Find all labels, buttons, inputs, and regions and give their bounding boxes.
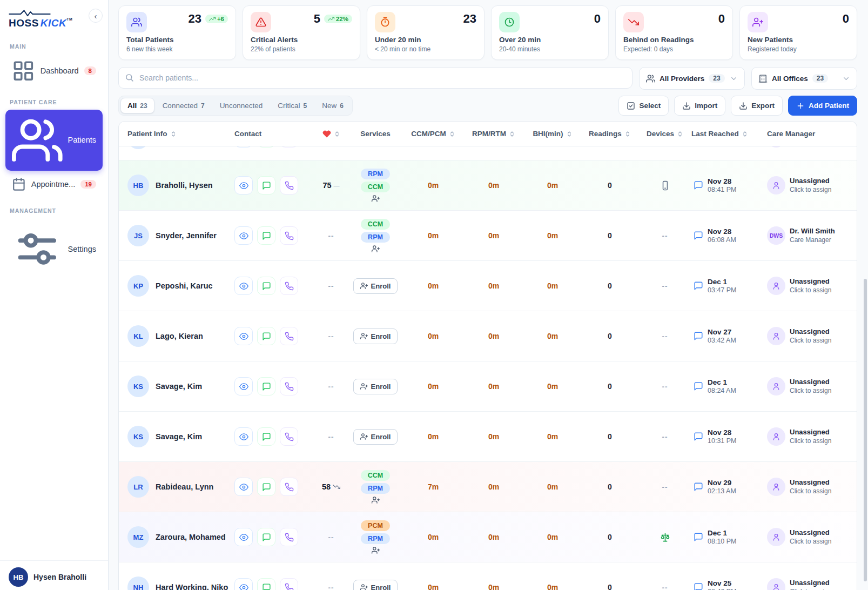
view-patient-button[interactable] [234, 277, 253, 295]
message-patient-button[interactable] [257, 146, 275, 148]
select-button[interactable]: Select [618, 96, 669, 116]
message-patient-button[interactable] [257, 277, 275, 295]
call-patient-button[interactable] [280, 226, 298, 245]
enroll-button[interactable]: Enroll [353, 580, 398, 590]
minutes-value: 0m [428, 432, 439, 441]
message-patient-button[interactable] [257, 478, 275, 496]
user-plus-icon [360, 332, 368, 340]
care-manager-cell[interactable]: UnassignedClick to assign [767, 176, 848, 195]
providers-dropdown[interactable]: All Providers 23 [639, 67, 745, 90]
call-patient-button[interactable] [280, 146, 298, 148]
tab-connected[interactable]: Connected7 [156, 98, 212, 113]
sidebar-item-appointme[interactable]: Appointme...19 [5, 172, 103, 197]
column-header-rpm-rtm[interactable]: RPM/RTM [463, 130, 524, 138]
minutes-value: 0m [547, 332, 558, 340]
table-row[interactable]: LRRabideau, Lynn58CCMRPM7m0m0m0--Nov 290… [119, 462, 857, 512]
view-patient-button[interactable] [234, 528, 253, 546]
table-row[interactable]: HBBraholli, Hysen75—RPMCCM0m0m0m0Nov 280… [119, 160, 857, 211]
enroll-button[interactable]: Enroll [353, 379, 398, 394]
care-manager-cell[interactable]: UnassignedClick to assign [767, 528, 848, 546]
call-patient-button[interactable] [280, 478, 298, 496]
view-patient-button[interactable] [234, 226, 253, 245]
message-patient-button[interactable] [257, 226, 275, 245]
call-patient-button[interactable] [280, 277, 298, 295]
tab-critical[interactable]: Critical5 [271, 98, 314, 113]
tab-unconnected[interactable]: Unconnected [213, 98, 270, 113]
stat-card-new-patients: 0New PatientsRegistered today [739, 5, 857, 60]
sidebar-item-settings[interactable]: Settings [5, 218, 103, 280]
column-header-bhi-min[interactable]: BHI(min) [524, 130, 581, 138]
care-manager-cell[interactable]: UnassignedClick to assign [767, 277, 848, 295]
table-row[interactable]: KPPeposhi, Karuc--Enroll0m0m0m0--Dec 103… [119, 261, 857, 311]
column-header-ccm-pcm[interactable]: CCM/PCM [403, 130, 463, 138]
table-row[interactable]: GBNov 2804:00 PMUnassignedClick to assig… [119, 146, 857, 160]
sidebar-user[interactable]: HB Hysen Braholli [0, 560, 108, 590]
care-manager-avatar [767, 176, 785, 195]
search-input[interactable] [118, 67, 633, 89]
search-box [118, 67, 633, 90]
care-manager-cell[interactable]: UnassignedClick to assign [767, 427, 848, 446]
message-patient-button[interactable] [257, 377, 275, 395]
stat-value: 0 [594, 12, 601, 26]
column-header-last-reached[interactable]: Last Reached [691, 130, 767, 138]
export-button[interactable]: Export [731, 96, 783, 116]
message-patient-button[interactable] [257, 176, 275, 195]
import-button[interactable]: Import [674, 96, 725, 116]
enroll-button[interactable]: Enroll [353, 328, 398, 344]
last-reached-time: 08:10 PM [708, 538, 737, 545]
view-patient-button[interactable] [234, 327, 253, 345]
message-patient-button[interactable] [257, 528, 275, 546]
call-patient-button[interactable] [280, 578, 298, 590]
column-header-readings[interactable]: Readings [581, 130, 638, 138]
view-patient-button[interactable] [234, 176, 253, 195]
call-patient-button[interactable] [280, 427, 298, 446]
patient-avatar: JS [127, 225, 149, 246]
sidebar-item-patients[interactable]: Patients [5, 110, 103, 171]
sidebar-item-dashboard[interactable]: Dashboard8 [5, 54, 103, 88]
message-patient-button[interactable] [257, 578, 275, 590]
enroll-label: Enroll [371, 383, 391, 391]
care-manager-cell[interactable]: UnassignedClick to assign [767, 327, 848, 345]
column-header-wellness[interactable] [314, 130, 348, 138]
table-row[interactable]: KSSavage, Kim--Enroll0m0m0m0--Nov 2810:3… [119, 412, 857, 462]
message-patient-button[interactable] [257, 427, 275, 446]
table-row[interactable]: NHHard Working, Niko--Enroll0m0m0m0--Nov… [119, 562, 857, 590]
tab-all[interactable]: All23 [120, 98, 154, 113]
call-patient-button[interactable] [280, 327, 298, 345]
devices-cell: -- [638, 332, 691, 340]
table-row[interactable]: KSSavage, Kim--Enroll0m0m0m0--Dec 108:24… [119, 361, 857, 412]
devices-cell [638, 532, 691, 542]
care-manager-cell[interactable]: DWSDr. Will SmithCare Manager [767, 226, 848, 245]
last-reached-date: Nov 28 [708, 177, 737, 185]
table-row[interactable]: MZZaroura, Mohamed--PCMRPM0m0m0m0Dec 108… [119, 512, 857, 562]
message-patient-button[interactable] [257, 327, 275, 345]
rpm-rtm-cell: 0m [463, 482, 524, 491]
enroll-button[interactable]: Enroll [353, 278, 398, 294]
sort-icon [449, 130, 455, 138]
view-patient-button[interactable] [234, 377, 253, 395]
view-patient-button[interactable] [234, 578, 253, 590]
last-reached-cell: Nov 2808:41 PM [691, 177, 767, 193]
care-manager-cell[interactable]: UnassignedClick to assign [767, 377, 848, 395]
sidebar-collapse-button[interactable]: ‹ [89, 9, 103, 23]
view-patient-button[interactable] [234, 478, 253, 496]
care-manager-cell[interactable]: UnassignedClick to assign [767, 478, 848, 496]
enroll-button[interactable]: Enroll [353, 429, 398, 445]
offices-dropdown[interactable]: All Offices 23 [751, 67, 857, 90]
care-manager-cell[interactable]: UnassignedClick to assign [767, 146, 848, 148]
call-patient-button[interactable] [280, 377, 298, 395]
add-patient-button[interactable]: Add Patient [788, 96, 857, 116]
scrollbar[interactable] [864, 279, 867, 581]
table-row[interactable]: JSSnyder, Jennifer--CCMRPM0m0m0m0--Nov 2… [119, 211, 857, 261]
tab-new[interactable]: New6 [315, 98, 351, 113]
view-patient-button[interactable] [234, 146, 253, 148]
view-patient-button[interactable] [234, 427, 253, 446]
care-manager-cell[interactable]: UnassignedClick to assign [767, 578, 848, 590]
call-patient-button[interactable] [280, 528, 298, 546]
column-header-patient-info[interactable]: Patient Info [127, 130, 234, 138]
call-patient-button[interactable] [280, 176, 298, 195]
user-avatar: HB [9, 567, 28, 587]
table-row[interactable]: KLLago, Kieran--Enroll0m0m0m0--Nov 2703:… [119, 311, 857, 361]
care-manager-text: UnassignedClick to assign [790, 177, 831, 193]
column-header-devices[interactable]: Devices [638, 130, 691, 138]
